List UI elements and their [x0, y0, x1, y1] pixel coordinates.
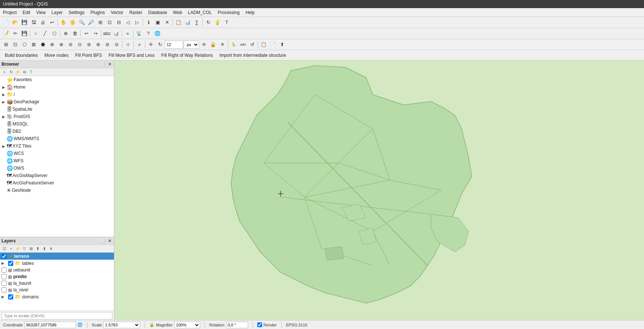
- vertex-tool-btn[interactable]: ✛: [146, 40, 155, 49]
- angle-input[interactable]: [165, 41, 183, 49]
- browser-arcgis-map[interactable]: 🗺 ArcGisMapServer: [0, 172, 114, 179]
- menu-settings[interactable]: Settings: [66, 9, 87, 16]
- crosshair-btn[interactable]: ✛: [199, 40, 208, 49]
- wkt-btn[interactable]: Wkt: [239, 40, 247, 49]
- statistics-btn[interactable]: 📊: [183, 18, 192, 27]
- python-btn[interactable]: 🐍: [229, 40, 238, 49]
- browser-wcs[interactable]: 🌐 WCS: [0, 150, 114, 157]
- help-btn[interactable]: ?: [144, 29, 153, 38]
- map-area[interactable]: [114, 60, 644, 320]
- pan-map-btn[interactable]: 🖐: [68, 18, 77, 27]
- lock-btn[interactable]: 🔒: [209, 40, 217, 49]
- layer-predio-check[interactable]: [1, 274, 7, 279]
- cancel-btn[interactable]: ✕: [218, 40, 227, 49]
- wfs-expand[interactable]: [1, 159, 6, 163]
- browser-root[interactable]: ▶ 📁 /: [0, 91, 114, 98]
- undo-edit-btn[interactable]: ↩: [82, 29, 91, 38]
- pan-btn[interactable]: ✋: [59, 18, 68, 27]
- browser-mssql[interactable]: 🗄 MSSQL: [0, 120, 114, 128]
- zoom-selected-btn[interactable]: ⊡: [105, 18, 114, 27]
- layer-domains-check[interactable]: [8, 294, 13, 299]
- new-project-btn[interactable]: 📄: [1, 18, 10, 27]
- text-btn[interactable]: T: [222, 18, 231, 27]
- menu-help[interactable]: Help: [243, 9, 258, 16]
- layers-close-btn[interactable]: ✕: [107, 238, 112, 244]
- copy-to-clipboard-btn[interactable]: 📋: [259, 40, 268, 49]
- xyz-expand[interactable]: ▶: [1, 144, 6, 148]
- layer-uebaunit[interactable]: ▤ uebaunit: [0, 267, 114, 273]
- layers-filter-btn[interactable]: ⚡: [15, 246, 21, 252]
- locate-input[interactable]: [1, 312, 112, 319]
- deselect-btn[interactable]: ✕: [163, 18, 171, 27]
- menu-edit[interactable]: Edit: [20, 9, 33, 16]
- zoom-full-btn[interactable]: ⊞: [96, 18, 105, 27]
- advanced-btn9[interactable]: ⊙: [75, 40, 84, 49]
- layers-check-all-btn[interactable]: ☑: [1, 246, 7, 252]
- layers-filter-layer-btn[interactable]: ▽: [21, 246, 27, 252]
- browser-close-btn[interactable]: ✕: [107, 61, 112, 67]
- menu-project[interactable]: Project: [0, 9, 20, 16]
- digitize-polygon-btn[interactable]: ⬡: [50, 29, 59, 38]
- layer-terreno[interactable]: ▣ terreno: [0, 253, 114, 260]
- layers-add-btn[interactable]: +: [8, 246, 14, 252]
- advanced-btn6[interactable]: ⊕: [48, 40, 56, 49]
- geopackage-expand[interactable]: ▶: [1, 100, 6, 104]
- browser-xyz-tiles[interactable]: ▶ 🗺 XYZ Tiles: [0, 142, 114, 150]
- field-calculator-btn[interactable]: ∑: [192, 18, 201, 27]
- save-as-btn[interactable]: 🖫: [29, 18, 38, 27]
- advanced-btn11[interactable]: ⊛: [94, 40, 102, 49]
- arcgis-feature-expand[interactable]: [1, 181, 6, 185]
- advanced-btn8[interactable]: ⊘: [66, 40, 75, 49]
- advanced-btn5[interactable]: ⬣: [38, 40, 47, 49]
- select-feature-btn[interactable]: ▣: [153, 18, 162, 27]
- postgis-expand[interactable]: ▶: [1, 114, 6, 119]
- layers-collapse-btn[interactable]: ⬇: [41, 246, 47, 252]
- import-intermediate-btn[interactable]: Import from intermediate structure: [216, 52, 289, 59]
- browser-arcgis-feature[interactable]: 🗺 ArcGisFeatureServer: [0, 179, 114, 187]
- advanced-btn7[interactable]: ⊗: [57, 40, 66, 49]
- db2-expand[interactable]: [1, 129, 6, 134]
- snap-btn[interactable]: ⊹: [123, 40, 132, 49]
- advanced-btn1[interactable]: ⊞: [1, 40, 10, 49]
- browser-postgis[interactable]: ▶ 🐘 PostGIS: [0, 113, 114, 120]
- home-expand[interactable]: ▶: [1, 85, 6, 89]
- menu-view[interactable]: View: [33, 9, 49, 16]
- menu-raster[interactable]: Raster: [126, 9, 145, 16]
- zoom-out-btn[interactable]: 🔎: [87, 18, 95, 27]
- more-digitize-btn[interactable]: »: [123, 29, 132, 38]
- undo-btn[interactable]: ↩: [48, 18, 56, 27]
- menu-layer[interactable]: Layer: [49, 9, 66, 16]
- layers-expand-btn[interactable]: ⬆: [35, 246, 41, 252]
- redo-edit-btn[interactable]: ↪: [91, 29, 100, 38]
- browser-add-btn[interactable]: +: [1, 69, 7, 75]
- zoom-in-btn[interactable]: 🔍: [77, 18, 86, 27]
- network-btn[interactable]: 🌐: [153, 29, 162, 38]
- layer-la-nivel[interactable]: ▤ la_nivel: [0, 287, 114, 293]
- layers-remove-btn[interactable]: ✕: [48, 246, 54, 252]
- fill-point-bfs-btn[interactable]: Fill Point BFS: [72, 52, 105, 59]
- browser-refresh-btn[interactable]: ↻: [8, 69, 14, 75]
- attribute-table-btn[interactable]: 📋: [174, 18, 183, 27]
- label-btn[interactable]: abc: [102, 29, 111, 38]
- browser-home[interactable]: ▶ 🏠 Home: [0, 83, 114, 91]
- layer-terreno-check[interactable]: [1, 254, 7, 259]
- wcs-expand[interactable]: [1, 151, 6, 156]
- menu-processing[interactable]: Processing: [215, 9, 243, 16]
- redo-btn2[interactable]: ↺: [248, 40, 257, 49]
- browser-wfs[interactable]: 🌐 WFS: [0, 157, 114, 164]
- zoom-layer-btn[interactable]: ⊟: [114, 18, 123, 27]
- zoom-next-btn[interactable]: ▷: [133, 18, 142, 27]
- epsg-label[interactable]: EPSG:3116: [286, 323, 307, 327]
- advanced-btn13[interactable]: ⊝: [112, 40, 121, 49]
- layer-tables[interactable]: ▶ 📁 tables: [0, 260, 114, 267]
- advanced-btn4[interactable]: ⊠: [29, 40, 38, 49]
- favorites-expand[interactable]: [1, 77, 6, 82]
- layer-domains[interactable]: ▶ 📁 domains: [0, 293, 114, 300]
- coordinate-input[interactable]: [24, 322, 76, 328]
- toggle-edit-btn[interactable]: ✏: [11, 29, 20, 38]
- diagram-btn[interactable]: 📊: [112, 29, 121, 38]
- menu-database[interactable]: Database: [145, 9, 170, 16]
- magnifier-select[interactable]: 100%: [174, 322, 200, 328]
- identify-btn[interactable]: ℹ: [144, 18, 153, 27]
- browser-ows[interactable]: 🌐 OWS: [0, 164, 114, 172]
